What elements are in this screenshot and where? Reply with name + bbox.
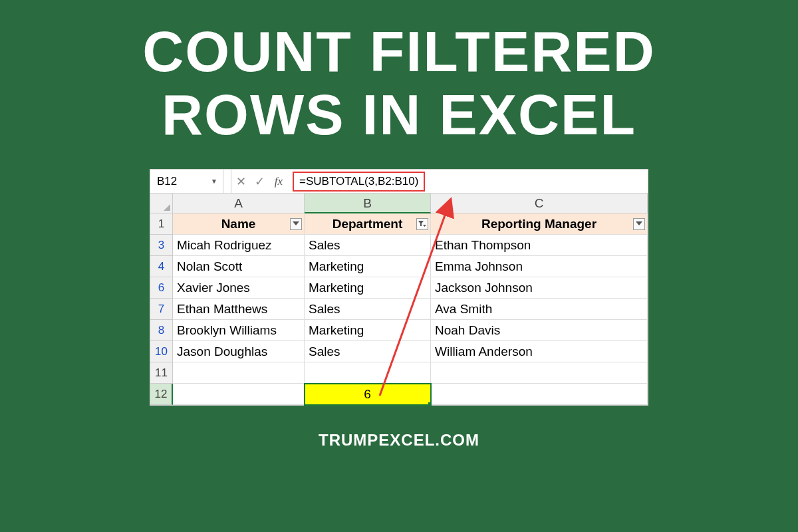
name-box[interactable]: B12 ▼ [150, 170, 223, 193]
row-header[interactable]: 3 [150, 235, 173, 256]
cell[interactable]: Noah Davis [431, 320, 648, 341]
formula-text: =SUBTOTAL(3,B2:B10) [299, 175, 418, 188]
cell[interactable] [173, 384, 305, 405]
check-icon[interactable]: ✓ [250, 174, 269, 189]
excel-screenshot: B12 ▼ ✕ ✓ fx =SUBTOTAL(3,B2:B10) A B C 1… [150, 169, 648, 406]
chevron-down-icon: ▼ [211, 178, 217, 185]
cell[interactable]: Marketing [305, 256, 431, 277]
cell[interactable] [431, 384, 648, 405]
column-header-b[interactable]: B [305, 194, 431, 213]
cell[interactable]: Sales [305, 341, 431, 362]
cell[interactable]: Micah Rodriguez [173, 235, 305, 256]
cell[interactable]: Brooklyn Williams [173, 320, 305, 341]
header-cell-department[interactable]: Department [305, 213, 431, 235]
row-header[interactable]: 7 [150, 299, 173, 320]
select-all-corner[interactable] [150, 194, 173, 213]
header-cell-name[interactable]: Name [173, 213, 305, 235]
cell[interactable] [305, 362, 431, 384]
filter-dropdown-icon[interactable] [290, 218, 302, 230]
header-cell-manager[interactable]: Reporting Manager [431, 213, 648, 235]
spreadsheet-grid: A B C 1 Name Department Reporting Manage… [150, 194, 648, 405]
row-header[interactable]: 8 [150, 320, 173, 341]
cell[interactable]: William Anderson [431, 341, 648, 362]
formula-bar: B12 ▼ ✕ ✓ fx =SUBTOTAL(3,B2:B10) [150, 170, 648, 194]
cell[interactable]: Ethan Thompson [431, 235, 648, 256]
cell[interactable]: Marketing [305, 277, 431, 299]
footer-brand: TRUMPEXCEL.COM [0, 431, 798, 450]
title-line-2: ROWS IN EXCEL [0, 83, 798, 146]
cell[interactable]: Jason Doughlas [173, 341, 305, 362]
fx-icon[interactable]: fx [269, 175, 289, 188]
row-header[interactable]: 6 [150, 277, 173, 299]
row-header[interactable]: 11 [150, 362, 173, 384]
cell[interactable]: Sales [305, 235, 431, 256]
cell[interactable]: Marketing [305, 320, 431, 341]
filter-active-icon[interactable] [416, 218, 428, 230]
name-box-value: B12 [157, 175, 177, 188]
filter-dropdown-icon[interactable] [633, 218, 645, 230]
result-cell[interactable]: 6 [305, 384, 431, 405]
page-title: COUNT FILTERED ROWS IN EXCEL [0, 0, 798, 146]
formula-input[interactable]: =SUBTOTAL(3,B2:B10) [293, 172, 425, 192]
cell[interactable]: Emma Johnson [431, 256, 648, 277]
cell[interactable]: Ethan Matthews [173, 299, 305, 320]
row-header[interactable]: 4 [150, 256, 173, 277]
row-header[interactable]: 1 [150, 213, 173, 235]
cell[interactable]: Xavier Jones [173, 277, 305, 299]
cell[interactable]: Ava Smith [431, 299, 648, 320]
row-header[interactable]: 12 [150, 384, 173, 405]
row-header[interactable]: 10 [150, 341, 173, 362]
cell[interactable] [431, 362, 648, 384]
cancel-icon[interactable]: ✕ [231, 174, 250, 189]
cell[interactable]: Sales [305, 299, 431, 320]
cell[interactable]: Nolan Scott [173, 256, 305, 277]
title-line-1: COUNT FILTERED [0, 20, 798, 83]
cell[interactable]: Jackson Johnson [431, 277, 648, 299]
column-header-a[interactable]: A [173, 194, 305, 213]
column-header-c[interactable]: C [431, 194, 648, 213]
cell[interactable] [173, 362, 305, 384]
